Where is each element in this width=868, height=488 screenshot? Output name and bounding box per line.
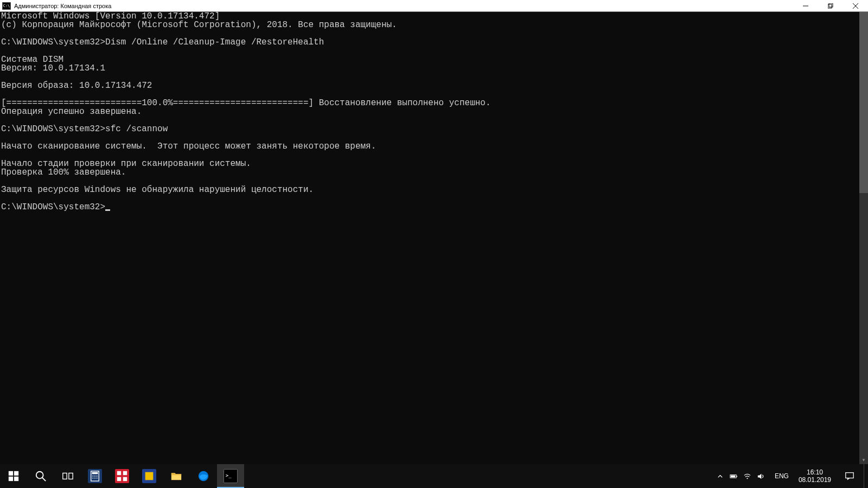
- terminal-line: [1, 29, 867, 38]
- show-desktop-button[interactable]: [864, 464, 867, 488]
- svg-rect-6: [14, 471, 18, 476]
- terminal-line: [==========================100.0%=======…: [1, 99, 867, 107]
- svg-point-30: [746, 478, 748, 479]
- language-indicator[interactable]: ENG: [771, 464, 792, 488]
- volume-icon: [757, 472, 765, 480]
- terminal-line: Начато сканирование системы. Этот процес…: [1, 142, 867, 151]
- terminal-line: Microsoft Windows [Version 10.0.17134.47…: [1, 12, 867, 21]
- taskbar-app-calculator[interactable]: [81, 464, 108, 488]
- terminal-line: Проверка 100% завершена.: [1, 168, 867, 177]
- svg-rect-31: [846, 473, 853, 478]
- calculator-icon: [89, 470, 101, 482]
- scroll-thumb[interactable]: [859, 12, 868, 193]
- terminal-line: Защита ресурсов Windows не обнаружила на…: [1, 185, 867, 194]
- app-icon: [116, 470, 128, 482]
- taskbar-app-file-explorer[interactable]: [163, 464, 190, 488]
- terminal-line: Версия образа: 10.0.17134.472: [1, 81, 867, 90]
- svg-rect-2: [829, 3, 833, 7]
- clock-time: 16:10: [799, 468, 831, 476]
- windows-icon: [8, 470, 20, 482]
- minimize-button[interactable]: [793, 0, 818, 11]
- terminal-line: C:\WINDOWS\system32>sfc /scannow: [1, 125, 867, 133]
- taskbar-app-pinned-2[interactable]: [136, 464, 163, 488]
- terminal-cursor: [105, 209, 110, 211]
- svg-rect-11: [63, 473, 67, 479]
- window-title: Администратор: Командная строка: [14, 3, 111, 9]
- svg-line-10: [42, 478, 46, 481]
- taskbar-app-pinned-1[interactable]: [108, 464, 136, 488]
- wifi-icon: [743, 472, 751, 480]
- terminal-line: Cистема DISM: [1, 55, 867, 64]
- terminal-line: [1, 133, 867, 142]
- svg-point-19: [94, 478, 95, 479]
- cmd-icon: C:\: [2, 2, 11, 10]
- system-tray[interactable]: [712, 464, 769, 488]
- clock[interactable]: 16:10 08.01.2019: [794, 464, 835, 488]
- terminal-line: (c) Корпорация Майкрософт (Microsoft Cor…: [1, 21, 867, 29]
- svg-rect-22: [123, 471, 127, 475]
- svg-point-20: [97, 478, 98, 479]
- terminal-line: C:\WINDOWS\system32>Dism /Online /Cleanu…: [1, 38, 867, 47]
- notification-icon: [845, 471, 854, 481]
- svg-text:>_: >_: [226, 472, 232, 478]
- window-title-bar: C:\ Администратор: Командная строка: [0, 0, 868, 12]
- terminal-line: Начало стадии проверки при сканировании …: [1, 159, 867, 168]
- terminal-line: [1, 151, 867, 159]
- taskbar-app-cmd[interactable]: >_: [217, 464, 244, 488]
- svg-rect-12: [69, 473, 73, 479]
- clock-date: 08.01.2019: [799, 476, 831, 484]
- terminal-output[interactable]: Microsoft Windows [Version 10.0.17134.47…: [0, 12, 868, 464]
- terminal-line: [1, 47, 867, 55]
- svg-point-17: [97, 476, 98, 477]
- terminal-prompt-line[interactable]: C:\WINDOWS\system32>: [1, 203, 867, 211]
- window-controls: [793, 0, 868, 11]
- terminal-line: Операция успешно завершена.: [1, 107, 867, 116]
- scroll-down-arrow[interactable]: ▼: [859, 455, 868, 464]
- svg-rect-24: [123, 477, 127, 481]
- terminal-line: [1, 177, 867, 185]
- svg-rect-23: [117, 477, 121, 481]
- svg-rect-1: [828, 4, 832, 8]
- app-icon: [143, 470, 155, 482]
- svg-rect-29: [731, 475, 735, 477]
- task-view-button[interactable]: [54, 464, 81, 488]
- svg-point-15: [92, 476, 93, 477]
- terminal-icon: >_: [225, 470, 237, 482]
- start-button[interactable]: [0, 464, 27, 488]
- svg-rect-21: [117, 471, 121, 475]
- svg-rect-14: [92, 472, 98, 474]
- svg-rect-5: [9, 471, 13, 476]
- close-button[interactable]: [843, 0, 868, 11]
- svg-point-18: [92, 478, 93, 479]
- svg-rect-7: [9, 477, 13, 481]
- battery-icon: [730, 472, 738, 480]
- svg-point-9: [36, 472, 43, 479]
- terminal-line: [1, 73, 867, 81]
- terminal-line: [1, 194, 867, 203]
- taskbar: >_ ENG 16:10 08.01.2019: [0, 464, 868, 488]
- chevron-up-icon: [716, 472, 724, 480]
- terminal-line: Версия: 10.0.17134.1: [1, 64, 867, 73]
- folder-icon: [170, 470, 182, 482]
- svg-point-16: [94, 476, 95, 477]
- search-button[interactable]: [27, 464, 54, 488]
- search-icon: [35, 470, 47, 482]
- action-center-button[interactable]: [838, 464, 861, 488]
- task-view-icon: [62, 470, 74, 482]
- terminal-line: [1, 116, 867, 125]
- svg-rect-8: [14, 477, 18, 481]
- svg-rect-25: [145, 472, 154, 480]
- terminal-scrollbar[interactable]: ▲ ▼: [859, 12, 868, 464]
- maximize-button[interactable]: [818, 0, 843, 11]
- terminal-line: [1, 90, 867, 99]
- svg-rect-28: [736, 476, 737, 477]
- taskbar-app-edge[interactable]: [190, 464, 217, 488]
- edge-icon: [197, 470, 209, 482]
